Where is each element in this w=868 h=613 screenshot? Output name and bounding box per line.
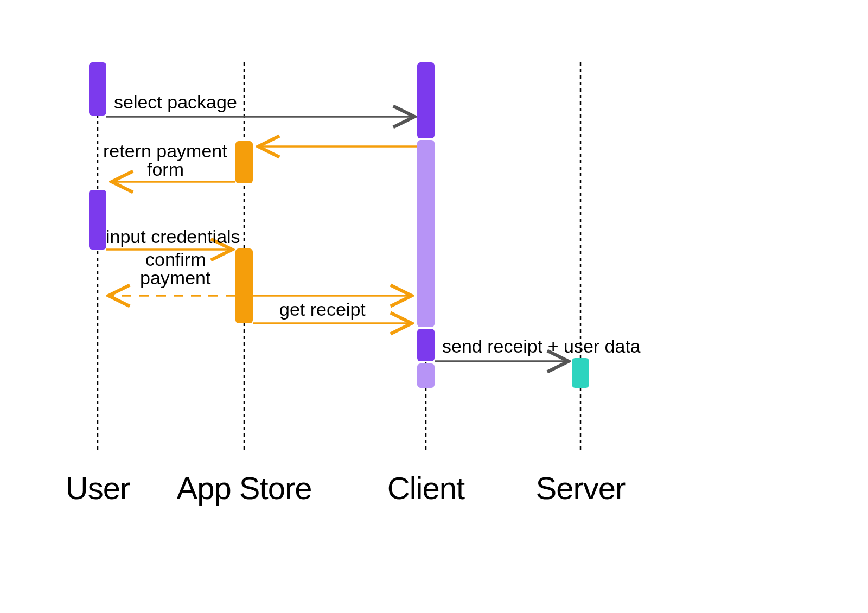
activation-client-tail xyxy=(417,363,435,388)
label-get-receipt: get receipt xyxy=(279,299,366,320)
activation-client-dark-mid xyxy=(417,329,435,361)
activation-user-1 xyxy=(89,62,106,116)
activation-user-2 xyxy=(89,190,106,250)
label-input-cred-1: input credentials xyxy=(106,226,240,247)
label-send-receipt: send receipt + user data xyxy=(442,336,641,356)
label-select-package: select package xyxy=(114,92,237,112)
lane-label-user: User xyxy=(66,470,130,506)
activation-appstore-1 xyxy=(235,141,253,183)
sequence-diagram: select package retern payment form input… xyxy=(0,0,868,613)
label-return-payment-2: form xyxy=(147,159,184,180)
lane-label-client: Client xyxy=(387,470,465,506)
label-input-cred-2: confirm xyxy=(145,249,206,270)
activation-server xyxy=(572,358,589,388)
activation-client-light xyxy=(417,140,435,327)
lane-label-server: Server xyxy=(536,470,626,506)
label-return-payment-1: retern payment xyxy=(103,141,227,161)
activation-appstore-2 xyxy=(235,248,253,323)
lane-label-appstore: App Store xyxy=(177,470,312,506)
label-input-cred-3: payment xyxy=(140,267,211,288)
activation-client-dark-top xyxy=(417,62,435,138)
